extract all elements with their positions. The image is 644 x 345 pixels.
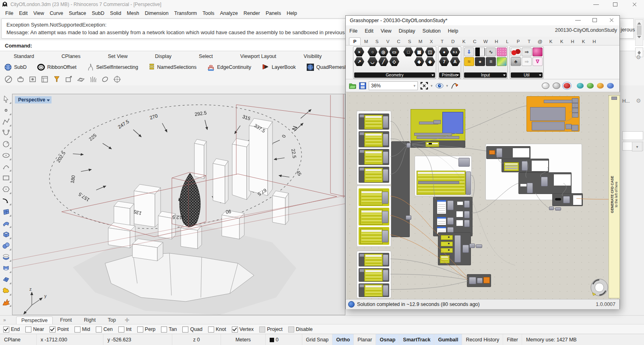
palette-label-util[interactable]: Util <box>511 72 543 78</box>
gh-tab[interactable]: P <box>349 37 361 45</box>
gh-tab[interactable]: S <box>372 38 382 45</box>
gh-subgroup[interactable] <box>502 159 549 172</box>
crosshair-icon[interactable] <box>112 74 122 85</box>
gh-subgroup[interactable] <box>486 146 530 159</box>
scroll-up-icon[interactable] <box>637 20 641 25</box>
geometry-icon[interactable]: ▦ <box>414 48 424 56</box>
dotted-sphere-icon[interactable] <box>533 48 543 56</box>
menu-item[interactable]: Curve <box>47 10 66 17</box>
value-list-icon[interactable]: ≡ <box>486 57 496 66</box>
osnap-option[interactable]: Quad <box>182 326 202 333</box>
gh-selected-panel[interactable] <box>442 112 463 134</box>
gh-group[interactable] <box>357 186 391 247</box>
osnap-checkbox[interactable] <box>25 326 31 333</box>
sphere-icon[interactable] <box>1 240 12 251</box>
gem-wire-icon[interactable] <box>542 83 549 89</box>
menu-item[interactable]: Panels <box>263 10 284 17</box>
scribble-icon[interactable]: ≈ <box>464 57 474 66</box>
gh-group-yellow[interactable] <box>411 109 465 141</box>
osnap-checkbox[interactable] <box>232 326 238 333</box>
grass-icon[interactable] <box>88 74 98 85</box>
gh-menu-item[interactable]: Display <box>395 27 419 35</box>
osnap-checkbox[interactable] <box>182 326 188 333</box>
menu-item[interactable]: Tools <box>200 10 217 17</box>
menu-item[interactable]: Help <box>284 10 300 17</box>
geometry-icon[interactable]: □ <box>403 48 413 56</box>
palette-label-input[interactable]: Input <box>464 72 507 78</box>
gh-node[interactable] <box>476 244 482 248</box>
gear-icon[interactable]: ⚙ <box>636 54 641 60</box>
edgecontinuity-button[interactable]: EdgeContinuity <box>207 63 251 71</box>
geometry-icon[interactable]: ↗ <box>354 57 364 66</box>
button-icon[interactable]: ● <box>475 57 485 66</box>
geometry-icon[interactable]: ◇ <box>389 57 399 66</box>
osnap-option[interactable]: Project <box>259 326 283 333</box>
osnap-checkbox[interactable] <box>259 326 265 333</box>
menu-item[interactable]: Surface <box>66 10 89 17</box>
osnap-option[interactable]: Perp <box>137 326 155 333</box>
explode-icon[interactable] <box>1 296 12 307</box>
gh-node[interactable] <box>406 215 411 220</box>
gem-blue-icon[interactable] <box>607 83 614 89</box>
preview-eye-icon[interactable] <box>435 83 444 89</box>
close-icon[interactable] <box>631 2 638 7</box>
osnap-checkbox[interactable] <box>96 326 102 333</box>
status-toggle[interactable]: Ortho <box>332 334 354 345</box>
curved-surface-icon[interactable] <box>1 217 12 228</box>
gh-menu-item[interactable]: Edit <box>361 27 377 35</box>
gh-node[interactable] <box>469 244 475 248</box>
box-ball-icon[interactable] <box>27 74 38 85</box>
grasshopper-window[interactable]: Grasshopper - 200130-CityOfLondonStudy* … <box>345 15 620 309</box>
panel-field[interactable] <box>622 131 643 140</box>
osnap-option[interactable]: Cen <box>96 326 113 333</box>
toolbar-tab[interactable]: Set View <box>94 52 141 60</box>
canvas-trackball-icon[interactable] <box>589 277 609 297</box>
status-toggle[interactable]: SmartTrack <box>399 334 434 345</box>
open-folder-icon[interactable] <box>349 82 357 89</box>
geometry-icon[interactable]: ○ <box>367 48 378 56</box>
zoom-extents-dropdown-icon[interactable]: ▾ <box>431 84 433 88</box>
status-toggle[interactable]: Osnap <box>376 334 399 345</box>
layerbook-button[interactable]: LayerBook <box>262 63 296 71</box>
toolbar-tab[interactable]: Visibility <box>290 52 335 60</box>
zoom-extents-icon[interactable] <box>420 82 428 90</box>
gh-maximize-icon[interactable] <box>591 17 599 23</box>
gh-tab[interactable]: T <box>524 38 535 45</box>
osnap-option[interactable]: End <box>3 326 20 333</box>
toolbar-tab[interactable]: Display <box>141 52 185 60</box>
primitive-icon[interactable]: A <box>450 57 460 66</box>
gh-menu-item[interactable]: View <box>377 27 395 35</box>
window-icon[interactable] <box>39 74 50 85</box>
status-toggle[interactable]: Grid Snap <box>302 334 332 345</box>
gh-tab[interactable]: K <box>545 38 556 45</box>
gh-group[interactable] <box>357 111 391 185</box>
osnap-checkbox[interactable] <box>118 326 124 333</box>
tab-overflow-marker[interactable]: » <box>3 317 6 323</box>
viewport-tab[interactable]: Front <box>55 316 76 324</box>
gh-component-slab[interactable] <box>391 141 410 237</box>
gem-teal-icon[interactable] <box>577 83 584 89</box>
osnap-option[interactable]: Point <box>50 326 69 333</box>
menu-item[interactable]: Edit <box>16 10 31 17</box>
menu-item[interactable]: Dimension <box>142 10 171 17</box>
point-icon[interactable] <box>1 105 12 116</box>
viewport-tab[interactable]: Perspective <box>16 316 53 324</box>
gh-menu-item[interactable]: File <box>346 27 361 35</box>
gh-strip[interactable] <box>411 140 465 148</box>
restore-icon[interactable] <box>612 2 619 7</box>
toolbar-tab[interactable]: Viewport Layout <box>227 52 290 60</box>
osnap-checkbox[interactable] <box>288 326 294 333</box>
circle-slash-icon[interactable] <box>3 74 14 85</box>
gh-tab[interactable]: H <box>589 38 600 45</box>
box-icon[interactable] <box>1 229 12 240</box>
gh-tab[interactable]: V <box>382 38 393 45</box>
osnap-option[interactable]: Mid <box>74 326 90 333</box>
rectangle-icon[interactable] <box>1 172 12 183</box>
scroll-down-icon[interactable] <box>637 36 641 40</box>
viewport-tab[interactable]: Right <box>79 316 101 324</box>
gh-group-dark[interactable] <box>467 274 491 287</box>
box-arrow-icon[interactable] <box>64 74 74 85</box>
graph-icon[interactable]: ∿ <box>486 48 496 56</box>
curve-points-icon[interactable] <box>1 127 12 138</box>
osnap-option[interactable]: Knot <box>208 326 226 333</box>
